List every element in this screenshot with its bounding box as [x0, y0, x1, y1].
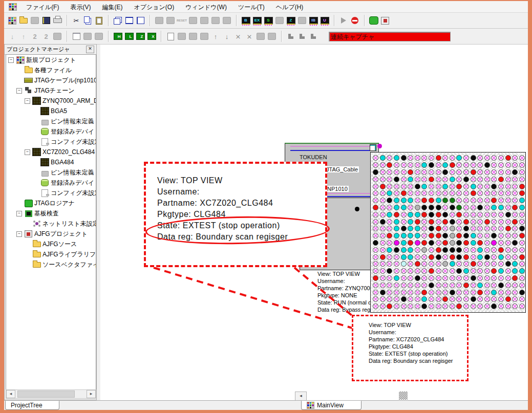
menu-item-6[interactable]: ヘルプ(H) [270, 3, 309, 12]
menu-item-1[interactable]: 表示(V) [65, 3, 96, 12]
toolbar-disconnect-icon[interactable] [165, 15, 176, 26]
toolbar-square-disabled-icon[interactable] [82, 31, 93, 42]
scroll-thumb[interactable] [17, 390, 75, 398]
tree-item-12[interactable]: 登録済みデバイ [6, 178, 96, 188]
toolbar-scan-icon[interactable] [176, 31, 187, 42]
tree-item-13[interactable]: コンフィグ未設定 [6, 188, 96, 198]
tree-item-6[interactable]: ピン情報未定義 [6, 116, 96, 126]
toolbar-add-device-icon[interactable] [210, 15, 221, 26]
tree-expander[interactable]: − [8, 57, 14, 63]
toolbar-copy-icon[interactable] [82, 15, 93, 26]
toolbar-probe-left-icon[interactable]: ⨯ [232, 31, 244, 42]
toolbar-burst-icon[interactable] [187, 31, 199, 42]
toolbar-extest-chip-icon[interactable]: EX [251, 15, 263, 26]
toolbar-open-icon[interactable] [18, 15, 29, 26]
menu-item-3[interactable]: オプション(O) [128, 3, 180, 12]
tree-item-14[interactable]: JTAGロジアナ [6, 198, 96, 208]
toolbar-new-vector-icon[interactable] [165, 31, 176, 42]
toolbar-tile-vertical-icon[interactable] [135, 15, 146, 26]
tab-project-tree[interactable]: ProjectTree [5, 401, 59, 410]
toolbar-idcode-chip-icon[interactable]: IB [308, 15, 319, 26]
toolbar-connect-icon[interactable] [154, 15, 165, 26]
scroll-left-button[interactable]: ◂ [6, 390, 15, 398]
toolbar-step-icon[interactable] [285, 31, 296, 42]
bga-view-mode-icon[interactable] [370, 144, 376, 151]
toolbar-export-icon[interactable]: ↑ [18, 31, 29, 42]
toolbar-square3-disabled-icon[interactable] [266, 31, 278, 42]
toolbar-step2-icon[interactable] [296, 31, 308, 42]
toolbar-cascade-windows-icon[interactable] [112, 15, 123, 26]
toolbar-usercode-chip-icon[interactable]: U [319, 15, 330, 26]
toolbar-probe-right-icon[interactable]: ⨯ [244, 31, 255, 42]
scroll-right-button[interactable]: ▸ [87, 390, 96, 398]
toolbar-drive-low-icon[interactable]: L [123, 31, 135, 42]
toolbar-square2-disabled-icon[interactable] [255, 31, 266, 42]
tree-expander[interactable]: − [16, 231, 22, 237]
tree-item-3[interactable]: −JTAGチェーン [6, 85, 96, 96]
toolbar-new-project-icon[interactable] [7, 15, 18, 26]
toolbar-stop2-disabled-icon[interactable] [199, 31, 210, 42]
toolbar-sample-chip-icon[interactable]: S [263, 15, 274, 26]
toolbar-cut-icon[interactable]: ✂ [71, 15, 82, 26]
toolbar-run-icon[interactable] [338, 15, 349, 26]
tree-expander[interactable]: − [25, 149, 30, 155]
toolbar-chip-disabled-icon[interactable] [274, 15, 285, 26]
toolbar-step-all-icon[interactable] [308, 31, 319, 42]
tree-item-20[interactable]: ソースベクタファイル [6, 259, 96, 270]
menu-item-2[interactable]: 編集(E) [96, 3, 128, 12]
toolbar-import-icon[interactable]: ↓ [7, 31, 18, 42]
tree-item-0[interactable]: −新規プロジェクト [6, 55, 96, 65]
menu-item-5[interactable]: ツール(T) [232, 3, 270, 12]
toolbar-chip-disabled2-icon[interactable] [296, 15, 308, 26]
toolbar-scan-chain-icon[interactable] [187, 15, 199, 26]
tree-item-19[interactable]: AJFGライブラリファイ [6, 249, 96, 259]
toolbar-step-down-icon[interactable]: ↓ [221, 31, 232, 42]
toolbar-reset-icon[interactable]: RESET [176, 15, 187, 26]
toolbar-device-disabled-icon[interactable] [93, 31, 104, 42]
tree-item-15[interactable]: −基板検査 [6, 208, 96, 219]
tree-item-17[interactable]: −AJFGプロジェクト [6, 229, 96, 239]
tree-item-5[interactable]: BGA5 [6, 106, 96, 116]
tree-item-2[interactable]: JTAGケーブル(np1010) [6, 75, 96, 85]
toolbar-stop-icon[interactable] [349, 15, 360, 26]
panel-splitter[interactable] [97, 44, 100, 400]
tree-expander[interactable]: − [16, 211, 22, 216]
tree-item-8[interactable]: コンフィグ未設定 [6, 137, 96, 147]
bga484-top-view[interactable] [370, 152, 526, 313]
toolbar-report-icon[interactable] [40, 15, 52, 26]
tree-item-1[interactable]: 各種ファイル [6, 65, 96, 75]
tree-item-7[interactable]: 登録済みデバイ [6, 126, 96, 137]
toolbar-drive-high-icon[interactable]: H [112, 31, 123, 42]
tree-item-9[interactable]: −XC7Z020_CLG484 [6, 147, 96, 157]
tree-item-11[interactable]: ピン情報未定義 [6, 167, 96, 178]
tree-item-18[interactable]: AJFGソース [6, 239, 96, 249]
tree-expander[interactable]: − [25, 98, 30, 104]
panel-close-button[interactable]: ✕ [86, 46, 94, 53]
toolbar-capture-on-icon[interactable] [368, 15, 379, 26]
toolbar-import2-icon[interactable]: 2 [29, 31, 40, 42]
tree-item-10[interactable]: BGA484 [6, 157, 96, 167]
toolbar-save-icon[interactable] [29, 15, 40, 26]
toolbar-drive-z-icon[interactable]: Z [135, 31, 146, 42]
menu-item-0[interactable]: ファイル(F) [20, 3, 65, 12]
toolbar-clear-icon[interactable] [52, 31, 63, 42]
toolbar-pin-table-icon[interactable] [71, 31, 82, 42]
toolbar-import2box-icon[interactable]: 2 [40, 31, 52, 42]
resize-grip[interactable] [399, 392, 408, 400]
mainview-scroll-left-button[interactable]: ◂ [295, 392, 307, 401]
toolbar-stop-disabled-icon[interactable] [199, 15, 210, 26]
toolbar-capture-record-icon[interactable] [379, 15, 391, 26]
tree-expander[interactable]: − [16, 88, 22, 94]
tab-main-view[interactable]: MainView [301, 401, 361, 410]
toolbar-step-up-icon[interactable]: ↑ [210, 31, 221, 42]
toolbar-print-icon[interactable] [52, 15, 63, 26]
menu-item-4[interactable]: ウィンドウ(W) [180, 3, 232, 12]
toolbar-bypass-chip-icon[interactable]: B [240, 15, 251, 26]
project-tree-hscrollbar[interactable]: ◂ ▸ [6, 389, 96, 399]
tree-item-4[interactable]: −ZYNQ7000_ARM_D [6, 96, 96, 106]
toolbar-highz-chip-icon[interactable]: Z [285, 15, 296, 26]
tree-item-16[interactable]: ネットリスト未設定 [6, 219, 96, 229]
toolbar-drive-x-icon[interactable]: X [146, 31, 157, 42]
toolbar-paste-icon[interactable] [93, 15, 104, 26]
toolbar-tile-horizontal-icon[interactable] [123, 15, 135, 26]
